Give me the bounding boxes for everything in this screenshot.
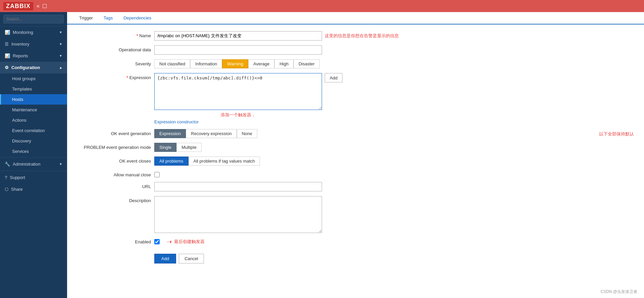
layout: 📊 Monitoring ▼ ☰ Inventory ▼ 📊 Reports ▼… [0,12,644,298]
sidebar-item-configuration[interactable]: ⚙ Configuration ▲ [0,62,67,73]
collapse-icon[interactable]: « [37,3,40,9]
severity-warning[interactable]: Warning [222,59,248,68]
sidebar-sub-host-groups[interactable]: Host groups [0,73,67,84]
tabs-bar: Trigger Tags Dependencies [67,12,644,24]
sidebar-item-reports[interactable]: 📊 Reports ▼ [0,50,67,62]
sidebar-item-label: Monitoring [13,30,33,35]
sidebar-item-label: Share [11,187,23,192]
form-row-ok-event-closes: OK event closes All problems All problem… [77,157,634,166]
form-row-url: URL [77,182,634,191]
operational-data-input[interactable] [154,45,322,55]
sidebar-sub-services[interactable]: Services [0,146,67,157]
description-label: Description [77,196,151,203]
form-row-severity: Severity Not classified Information Warn… [77,59,634,68]
ok-event-toggle: Expression Recovery expression None [154,129,257,138]
arrow-icon: ➝ [166,238,172,246]
sidebar-item-support[interactable]: ? Support [0,172,67,183]
severity-not-classified[interactable]: Not classified [154,59,190,68]
allow-manual-close-checkbox[interactable] [154,172,160,177]
manual-close-wrap [154,170,634,177]
sidebar-item-administration[interactable]: 🔧 Administration ▼ [0,158,67,170]
operational-data-wrap [154,45,634,55]
url-input[interactable] [154,182,322,191]
sidebar-sub-event-correlation[interactable]: Event correlation [0,125,67,136]
name-label: Name [77,31,151,38]
sidebar-sub-templates[interactable]: Templates [0,84,67,94]
url-wrap [154,182,634,191]
severity-information[interactable]: Information [190,59,222,68]
ok-event-closes-all[interactable]: All problems [154,157,189,166]
form-row-ok-event: OK event generation Expression Recovery … [77,129,634,138]
top-bar-collapse[interactable]: « ☐ [37,3,47,9]
top-bar: ZABBIX « ☐ [0,0,644,12]
problem-event-single[interactable]: Single [154,143,176,152]
main-content: Trigger Tags Dependencies Name 这里的信息是你想在… [67,12,644,298]
ok-event-closes-tag[interactable]: All problems if tag values match [189,157,260,166]
severity-disaster[interactable]: Disaster [293,59,320,68]
ok-event-wrap: Expression Recovery expression None [154,129,586,138]
sidebar-sub-hosts[interactable]: Hosts [0,94,67,105]
add-button[interactable]: Add [154,254,176,263]
sidebar-sub-maintenance[interactable]: Maintenance [0,105,67,115]
expression-wrap: 添加一个触发器， Add Expression constructor [154,73,634,124]
sidebar-sub-discovery[interactable]: Discovery [0,136,67,146]
description-textarea[interactable] [154,196,322,233]
enabled-wrap: ➝ 最后创建触发器 [154,238,205,246]
annotation-final: 最后创建触发器 [174,239,205,245]
fullscreen-icon[interactable]: ☐ [42,3,47,9]
severity-high[interactable]: High [274,59,293,68]
enabled-checkbox[interactable] [154,239,160,244]
expression-hint: 添加一个触发器， [154,112,322,118]
name-input[interactable] [154,31,322,41]
add-expression-button[interactable]: Add [325,73,342,82]
sidebar-item-label: Configuration [11,65,40,70]
sidebar-item-label: Administration [13,162,40,167]
ok-event-recovery[interactable]: Recovery expression [186,129,236,138]
severity-average[interactable]: Average [248,59,274,68]
reports-icon: 📊 [5,53,10,58]
action-buttons: Add Cancel [77,250,634,267]
tab-trigger[interactable]: Trigger [74,12,98,24]
tab-tags[interactable]: Tags [98,12,118,24]
cancel-button[interactable]: Cancel [179,254,204,263]
expression-inner-wrap: 添加一个触发器， [154,73,322,118]
support-icon: ? [5,175,7,180]
form-row-problem-event: PROBLEM event generation mode Single Mul… [77,143,634,152]
arrow-annotation: ➝ 最后创建触发器 [166,238,205,246]
sidebar-item-label: Support [10,175,25,180]
ok-event-closes-wrap: All problems All problems if tag values … [154,157,634,166]
allow-manual-close-label: Allow manual close [77,170,151,177]
ok-event-closes-label: OK event closes [77,157,151,164]
chevron-down-icon: ▼ [59,162,62,166]
problem-event-multiple[interactable]: Multiple [176,143,202,152]
search-input[interactable] [3,15,64,23]
chevron-down-icon: ▼ [59,42,62,46]
enabled-label: Enabled [77,239,151,244]
sidebar: 📊 Monitoring ▼ ☰ Inventory ▼ 📊 Reports ▼… [0,12,67,298]
problem-event-toggle: Single Multiple [154,143,202,152]
tab-dependencies[interactable]: Dependencies [118,12,157,24]
expression-textarea[interactable] [154,73,322,110]
severity-buttons: Not classified Information Warning Avera… [154,59,320,68]
annotation-defaults: 以下全部保持默认 [599,129,634,137]
sidebar-sub-actions[interactable]: Actions [0,115,67,125]
sidebar-item-label: Reports [13,53,28,58]
sidebar-divider-2 [0,171,67,171]
sidebar-item-share[interactable]: ⬡ Share [0,183,67,195]
sidebar-search-wrap [0,12,67,26]
sidebar-item-label: Inventory [11,42,29,47]
sidebar-item-inventory[interactable]: ☰ Inventory ▼ [0,38,67,50]
form-row-enabled: Enabled ➝ 最后创建触发器 [77,238,634,246]
monitoring-icon: 📊 [5,30,10,35]
expression-constructor-link[interactable]: Expression constructor [154,119,199,124]
ok-event-expression[interactable]: Expression [154,129,186,138]
sidebar-item-monitoring[interactable]: 📊 Monitoring ▼ [0,26,67,38]
name-wrap: 这里的信息是你想在告警是显示的信息 [154,31,634,41]
form-row-name: Name 这里的信息是你想在告警是显示的信息 [77,31,634,41]
url-label: URL [77,182,151,189]
chevron-up-icon: ▲ [59,66,62,69]
name-hint: 这里的信息是你想在告警是显示的信息 [325,31,399,39]
form-row-description: Description [77,196,634,233]
ok-event-none[interactable]: None [237,129,257,138]
share-icon: ⬡ [5,187,8,192]
